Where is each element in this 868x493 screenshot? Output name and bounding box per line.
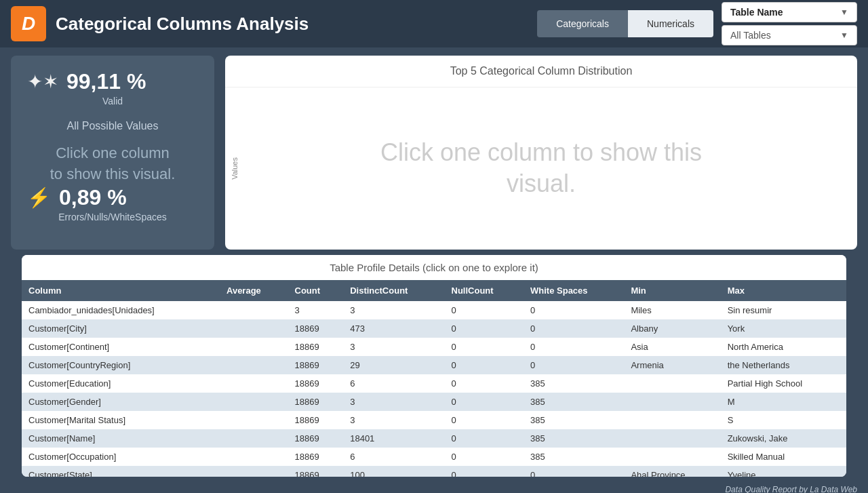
table-cell: 3 <box>288 301 344 319</box>
valid-label: Valid <box>27 96 198 106</box>
table-cell <box>220 411 288 429</box>
table-wrapper[interactable]: Column Average Count DistinctCount NullC… <box>22 280 846 477</box>
table-row[interactable]: Customer[Education]1886960385Partial Hig… <box>22 374 846 393</box>
valid-stat-block: ✦✶ 99,11 % Valid <box>27 69 198 106</box>
table-cell: Customer[Occupation] <box>22 448 220 466</box>
table-cell: 18869 <box>288 411 344 429</box>
col-header-average: Average <box>220 280 288 301</box>
table-cell: 0 <box>445 411 524 429</box>
col-header-count: Count <box>288 280 344 301</box>
errors-label: Errors/Nulls/WhiteSpaces <box>27 212 198 222</box>
table-cell <box>220 429 288 448</box>
table-cell <box>220 466 288 477</box>
table-name-dropdowns: Table Name ▼ All Tables ▼ <box>722 2 857 45</box>
table-cell: 18869 <box>288 374 344 393</box>
tab-categoricals[interactable]: Categoricals <box>537 10 628 37</box>
table-cell: 18869 <box>288 356 344 374</box>
valid-icon: ✦✶ <box>27 71 58 93</box>
table-name-dropdown[interactable]: Table Name ▼ <box>722 2 857 22</box>
table-cell: Skilled Manual <box>721 448 846 466</box>
chart-body: Values Click one column to show thisvisu… <box>225 87 857 250</box>
table-cell: 6 <box>343 374 444 393</box>
table-cell: 0 <box>524 301 624 319</box>
apv-message: Click one columnto show this visual. <box>50 143 176 185</box>
errors-stat-block: ⚡ 0,89 % Errors/Nulls/WhiteSpaces <box>27 185 198 222</box>
table-row[interactable]: Customer[Occupation]1886960385Skilled Ma… <box>22 448 846 466</box>
table-cell <box>624 393 720 411</box>
table-cell: Miles <box>624 301 720 319</box>
chevron-down-icon-2: ▼ <box>840 31 848 40</box>
col-header-min: Min <box>624 280 720 301</box>
table-cell: 3 <box>343 393 444 411</box>
table-cell: Cambiador_unidades[Unidades] <box>22 301 220 319</box>
table-cell: the Netherlands <box>721 356 846 374</box>
table-cell: 18401 <box>343 429 444 448</box>
table-cell: Yveline <box>721 466 846 477</box>
chart-title: Top 5 Categorical Column Distribution <box>225 56 857 87</box>
table-cell: 0 <box>445 429 524 448</box>
header: D Categorical Columns Analysis Categoric… <box>0 0 868 47</box>
header-nav: Categoricals Numericals Table Name ▼ All… <box>537 2 857 45</box>
table-cell: Customer[City] <box>22 319 220 338</box>
table-cell: 18869 <box>288 338 344 356</box>
table-cell: 0 <box>445 319 524 338</box>
table-cell: Customer[Marital Status] <box>22 411 220 429</box>
logo-letter: D <box>22 13 35 35</box>
table-cell: 0 <box>524 356 624 374</box>
y-axis-label: Values <box>231 157 239 180</box>
table-row[interactable]: Cambiador_unidades[Unidades]3300MilesSin… <box>22 301 846 319</box>
table-cell: 29 <box>343 356 444 374</box>
valid-percent: 99,11 % <box>66 69 146 94</box>
table-cell: 3 <box>343 411 444 429</box>
logo: D <box>11 6 46 41</box>
all-tables-dropdown[interactable]: All Tables ▼ <box>722 25 857 45</box>
table-cell: 6 <box>343 448 444 466</box>
table-cell <box>220 338 288 356</box>
table-cell: 0 <box>445 356 524 374</box>
data-table: Column Average Count DistinctCount NullC… <box>22 280 846 477</box>
footer: Data Quality Report by La Data Web <box>0 482 868 493</box>
table-cell: Customer[CountryRegion] <box>22 356 220 374</box>
all-tables-label: All Tables <box>730 30 771 41</box>
footer-text: Data Quality Report by La Data Web <box>725 485 857 493</box>
table-cell <box>624 429 720 448</box>
table-cell: York <box>721 319 846 338</box>
table-cell: S <box>721 411 846 429</box>
table-cell: Partial High School <box>721 374 846 393</box>
table-row[interactable]: Customer[State]1886910000Ahal ProvinceYv… <box>22 466 846 477</box>
table-cell: Customer[Gender] <box>22 393 220 411</box>
table-cell: 0 <box>445 374 524 393</box>
table-row[interactable]: Customer[City]1886947300AlbanyYork <box>22 319 846 338</box>
table-cell <box>624 411 720 429</box>
table-cell: Albany <box>624 319 720 338</box>
table-cell: Customer[State] <box>22 466 220 477</box>
table-cell: Customer[Continent] <box>22 338 220 356</box>
app-title: Categorical Columns Analysis <box>56 14 309 35</box>
table-row[interactable]: Customer[Marital Status]1886930385S <box>22 411 846 429</box>
table-cell: 3 <box>343 338 444 356</box>
table-cell: Armenia <box>624 356 720 374</box>
table-cell: M <box>721 393 846 411</box>
table-cell: 0 <box>445 393 524 411</box>
all-possible-values: All Possible Values Click one columnto s… <box>27 120 198 185</box>
bottom-section: Table Profile Details (click on one to e… <box>0 250 868 477</box>
table-cell: 0 <box>445 448 524 466</box>
table-row[interactable]: Customer[CountryRegion]188692900Armeniat… <box>22 356 846 374</box>
errors-stat-row: ⚡ 0,89 % <box>27 185 198 210</box>
chevron-down-icon: ▼ <box>840 7 848 17</box>
table-cell <box>220 356 288 374</box>
table-row[interactable]: Customer[Name]18869184010385Zukowski, Ja… <box>22 429 846 448</box>
table-cell: Customer[Education] <box>22 374 220 393</box>
table-section-title: Table Profile Details (click on one to e… <box>22 255 846 280</box>
table-row[interactable]: Customer[Gender]1886930385M <box>22 393 846 411</box>
table-cell: 0 <box>524 338 624 356</box>
table-cell <box>624 448 720 466</box>
table-cell: 18869 <box>288 393 344 411</box>
top-section: ✦✶ 99,11 % Valid All Possible Values Cli… <box>0 47 868 250</box>
tab-numericals[interactable]: Numericals <box>628 10 713 37</box>
table-cell: 100 <box>343 466 444 477</box>
table-row[interactable]: Customer[Continent]18869300AsiaNorth Ame… <box>22 338 846 356</box>
table-cell <box>220 319 288 338</box>
errors-percent: 0,89 % <box>59 185 127 210</box>
table-cell: 385 <box>524 374 624 393</box>
